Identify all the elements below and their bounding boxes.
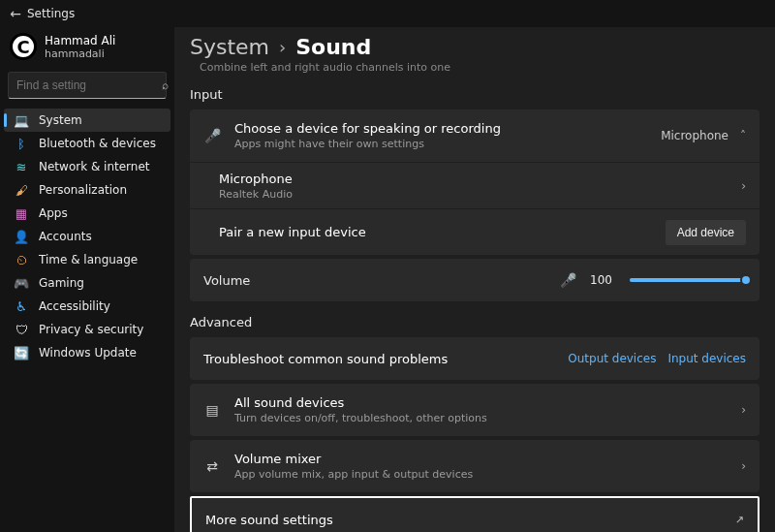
chevron-right-icon: ›	[279, 37, 286, 57]
output-devices-link[interactable]: Output devices	[568, 352, 656, 365]
sidebar-item-privacy[interactable]: 🛡Privacy & security	[4, 318, 170, 341]
troubleshoot-title: Troubleshoot common sound problems	[203, 352, 554, 366]
sidebar-item-personalization[interactable]: 🖌Personalization	[4, 178, 170, 202]
sidebar-item-gaming[interactable]: 🎮Gaming	[4, 271, 170, 295]
selected-input-device: Microphone	[661, 129, 728, 142]
search-icon: ⌕	[162, 78, 169, 92]
search-input[interactable]	[16, 78, 162, 92]
search-box[interactable]: ⌕	[8, 72, 167, 99]
volume-mixer-card[interactable]: ⇄ Volume mixer App volume mix, app input…	[190, 440, 760, 492]
account-block[interactable]: C Hammad Ali hammadali	[0, 31, 174, 68]
window-title: Settings	[27, 7, 75, 20]
sidebar-item-time-icon: ⏲	[14, 253, 29, 267]
sidebar-item-gaming-icon: 🎮	[14, 276, 29, 291]
device-sub: Realtek Audio	[219, 188, 728, 201]
sidebar-item-update-icon: 🔄	[14, 346, 29, 360]
devices-icon: ▤	[203, 402, 221, 418]
sidebar-item-network-icon: ≋	[14, 160, 29, 174]
avatar: C	[10, 33, 37, 60]
choose-input-device-row[interactable]: 🎤 Choose a device for speaking or record…	[190, 110, 760, 162]
sidebar-item-label: Gaming	[39, 276, 84, 290]
all-sound-devices-card[interactable]: ▤ All sound devices Turn devices on/off,…	[190, 384, 760, 436]
all-devices-title: All sound devices	[234, 395, 728, 410]
sidebar-item-accessibility-icon: ♿	[14, 299, 29, 314]
all-devices-sub: Turn devices on/off, troubleshoot, other…	[234, 412, 728, 424]
sidebar-item-privacy-icon: 🛡	[14, 323, 29, 337]
microphone-device-row[interactable]: Microphone Realtek Audio ›	[190, 162, 760, 208]
account-handle: hammadali	[45, 47, 115, 60]
section-header-input: Input	[190, 87, 760, 102]
sidebar-item-label: Windows Update	[39, 346, 137, 360]
sidebar-item-apps[interactable]: ▦Apps	[4, 202, 170, 225]
sidebar-item-bluetooth-icon: ᛒ	[14, 137, 29, 151]
section-header-advanced: Advanced	[190, 315, 760, 329]
chevron-right-icon: ›	[741, 403, 746, 417]
back-arrow-icon[interactable]: ←	[4, 6, 27, 21]
sidebar-item-system-icon: 💻	[14, 113, 29, 128]
input-devices-link[interactable]: Input devices	[667, 352, 746, 365]
sidebar-item-label: Personalization	[39, 183, 127, 197]
volume-label: Volume	[203, 273, 250, 288]
sidebar-item-personalization-icon: 🖌	[14, 183, 29, 198]
input-volume-row: Volume 🎤 100	[190, 259, 760, 301]
sidebar-item-time[interactable]: ⏲Time & language	[4, 248, 170, 271]
more-sound-settings-card[interactable]: More sound settings ↗	[190, 496, 760, 532]
sidebar-item-label: Network & internet	[39, 160, 150, 173]
breadcrumb-current: Sound	[295, 35, 371, 59]
microphone-icon: 🎤	[203, 128, 221, 143]
sidebar-nav: 💻SystemᛒBluetooth & devices≋Network & in…	[0, 107, 174, 366]
more-title: More sound settings	[205, 513, 722, 527]
sidebar-item-label: Apps	[39, 206, 68, 220]
external-link-icon: ↗	[735, 514, 744, 526]
sidebar-item-accounts-icon: 👤	[14, 230, 29, 244]
chevron-right-icon: ›	[741, 179, 746, 193]
sidebar-item-network[interactable]: ≋Network & internet	[4, 155, 170, 178]
mono-description: Combine left and right audio channels in…	[200, 61, 760, 74]
volume-slider[interactable]	[630, 278, 746, 282]
input-volume-card: Volume 🎤 100	[190, 259, 760, 301]
pair-input-device-row: Pair a new input device Add device	[190, 208, 760, 255]
sidebar: C Hammad Ali hammadali ⌕ 💻SystemᛒBluetoo…	[0, 27, 174, 532]
sidebar-item-label: Time & language	[39, 253, 138, 266]
choose-title: Choose a device for speaking or recordin…	[234, 121, 647, 136]
add-device-button[interactable]: Add device	[666, 220, 746, 245]
breadcrumb-parent[interactable]: System	[190, 35, 269, 59]
sidebar-item-label: System	[39, 113, 82, 127]
sidebar-item-system[interactable]: 💻System	[4, 109, 170, 132]
sidebar-item-accounts[interactable]: 👤Accounts	[4, 225, 170, 248]
mixer-icon: ⇄	[203, 458, 221, 474]
sidebar-item-apps-icon: ▦	[14, 206, 29, 221]
sidebar-item-accessibility[interactable]: ♿Accessibility	[4, 295, 170, 318]
sidebar-item-label: Bluetooth & devices	[39, 137, 156, 150]
input-card: 🎤 Choose a device for speaking or record…	[190, 110, 760, 255]
breadcrumb: System › Sound	[190, 35, 760, 59]
device-title: Microphone	[219, 172, 728, 186]
troubleshoot-card: Troubleshoot common sound problems Outpu…	[190, 337, 760, 380]
chevron-right-icon: ›	[741, 459, 746, 473]
sidebar-item-bluetooth[interactable]: ᛒBluetooth & devices	[4, 132, 170, 155]
sidebar-item-label: Accessibility	[39, 299, 110, 313]
sidebar-item-label: Accounts	[39, 230, 92, 243]
account-name: Hammad Ali	[45, 34, 115, 47]
mixer-title: Volume mixer	[234, 452, 728, 466]
troubleshoot-row: Troubleshoot common sound problems Outpu…	[190, 337, 760, 380]
microphone-icon[interactable]: 🎤	[559, 272, 576, 288]
titlebar: ← Settings	[0, 0, 775, 27]
pair-title: Pair a new input device	[219, 225, 652, 239]
chevron-up-icon: ˄	[740, 129, 746, 142]
sidebar-item-label: Privacy & security	[39, 323, 143, 336]
mixer-sub: App volume mix, app input & output devic…	[234, 468, 728, 481]
choose-sub: Apps might have their own settings	[234, 138, 647, 150]
main-pane: System › Sound Combine left and right au…	[174, 27, 775, 532]
volume-value: 100	[590, 273, 612, 287]
sidebar-item-update[interactable]: 🔄Windows Update	[4, 341, 170, 364]
